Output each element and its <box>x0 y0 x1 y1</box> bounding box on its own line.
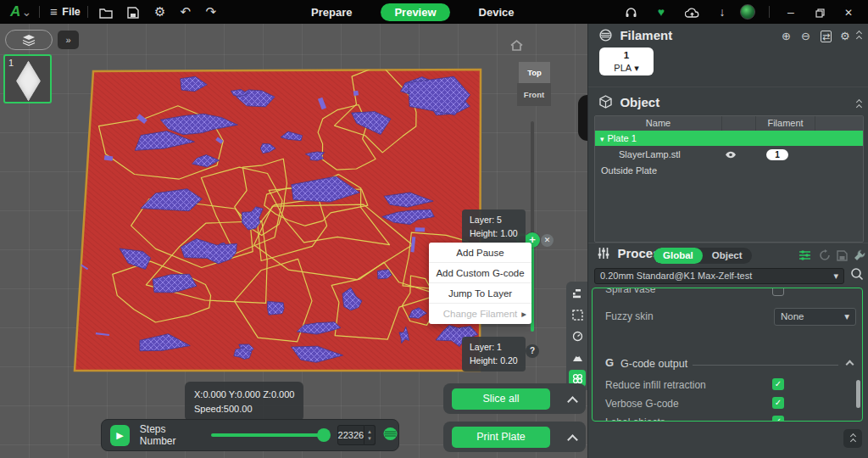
remove-filament-icon[interactable] <box>801 30 810 42</box>
redo-icon[interactable] <box>200 0 222 24</box>
slice-all-button[interactable]: Slice all <box>452 388 550 410</box>
sync-filament-icon[interactable] <box>821 30 832 42</box>
parameter-filter-icon[interactable] <box>798 249 811 265</box>
sliced-plate-render[interactable] <box>68 63 496 378</box>
3d-viewport[interactable]: 1 Top Front Layer: 5 Height: 1.00 Layer:… <box>0 24 587 458</box>
table-row-object[interactable]: SlayerLamp.stl 1 <box>595 146 863 163</box>
open-folder-icon[interactable] <box>95 0 117 24</box>
reduce-infill-retraction-checkbox[interactable] <box>772 378 784 390</box>
plate-thumbnail-preview <box>16 61 41 102</box>
steps-slider[interactable] <box>211 433 329 437</box>
file-menu[interactable]: File <box>62 6 81 18</box>
filament-collapse-icon[interactable] <box>857 31 861 41</box>
drawer-handle[interactable] <box>578 95 587 141</box>
steps-slider-thumb[interactable] <box>317 428 331 442</box>
viewcube-top[interactable]: Top <box>519 62 550 83</box>
tab-preview[interactable]: Preview <box>381 3 449 21</box>
slice-options-chevron-icon[interactable] <box>567 396 578 407</box>
table-row-plate[interactable]: Plate 1 <box>595 131 863 146</box>
gcode-output-group-header[interactable]: G G-code output <box>593 355 862 373</box>
menu-hamburger-icon[interactable] <box>47 0 60 24</box>
speed-gauge-icon[interactable] <box>569 327 586 344</box>
process-preset-select[interactable]: 0.20mm Standard@K1 Max-Zelf-test <box>594 268 844 284</box>
scrollbar-thumb[interactable] <box>856 380 860 408</box>
home-view-icon[interactable] <box>509 39 524 55</box>
seam-box-icon[interactable] <box>569 306 586 323</box>
menu-item-jump-to-layer[interactable]: Jump To Layer <box>429 283 531 304</box>
headset-support-icon[interactable] <box>620 0 642 24</box>
logo-dropdown-icon[interactable] <box>20 0 32 24</box>
plate-thumbnail-number: 1 <box>8 58 14 68</box>
favorites-heart-icon[interactable] <box>650 0 672 24</box>
settings-scroll-area[interactable]: Spiral vase Fuzzy skin None G G-code out… <box>592 288 863 422</box>
tab-device[interactable]: Device <box>469 3 525 21</box>
collapse-chevron-icon[interactable] <box>846 360 854 369</box>
gcode-icon: G <box>605 356 614 369</box>
print-button-group: Print Plate <box>443 422 586 452</box>
cooling-fan-icon[interactable] <box>569 349 586 366</box>
advanced-tools-icon[interactable] <box>854 249 865 265</box>
print-options-chevron-icon[interactable] <box>567 434 578 445</box>
expand-plates-button[interactable] <box>58 31 79 49</box>
column-name: Name <box>595 116 722 131</box>
save-preset-icon[interactable] <box>837 249 848 265</box>
filament-slot-number: 1 <box>624 50 629 60</box>
plate-thumbnail[interactable]: 1 <box>3 54 52 103</box>
download-icon[interactable] <box>711 0 733 24</box>
help-button[interactable] <box>526 344 539 358</box>
filament-material-select[interactable]: PLA <box>614 63 638 73</box>
app-logo[interactable]: A <box>10 3 20 20</box>
object-section-header: Object <box>599 95 659 110</box>
height-value: Height: 1.00 <box>470 226 518 240</box>
window-minimize-icon[interactable] <box>780 0 802 24</box>
column-filament: Filament <box>756 116 815 131</box>
user-avatar[interactable] <box>740 4 755 20</box>
filament-slot-card[interactable]: 1 PLA <box>599 47 654 75</box>
steps-number-input[interactable]: 22326 <box>337 425 365 445</box>
filament-settings-icon[interactable] <box>840 30 850 42</box>
scope-object[interactable]: Object <box>703 248 752 264</box>
divider <box>769 6 770 18</box>
window-close-icon[interactable] <box>837 0 860 25</box>
play-button[interactable] <box>110 425 130 446</box>
print-plate-button[interactable]: Print Plate <box>452 427 550 448</box>
filament-spool-icon <box>599 29 612 42</box>
setting-row-verbose-gcode: Verbose G-code <box>593 395 862 414</box>
plates-list-button[interactable] <box>5 30 53 50</box>
viewcube-front[interactable]: Front <box>517 83 551 106</box>
row-expand-caret-icon[interactable] <box>595 131 608 147</box>
object-collapse-icon[interactable] <box>857 100 861 109</box>
object-table-header: Name Filament <box>595 116 863 131</box>
setting-row-label-objects: Label objects <box>593 414 862 422</box>
undo-icon[interactable] <box>175 0 197 24</box>
reset-icon[interactable] <box>819 249 831 265</box>
layer-slider-track[interactable] <box>531 121 534 240</box>
table-row-outside-plate[interactable]: Outside Plate <box>595 163 863 178</box>
cloud-upload-icon[interactable] <box>681 0 703 24</box>
spinner-down-icon[interactable] <box>367 435 372 442</box>
label-objects-checkbox[interactable] <box>772 416 784 422</box>
menu-item-change-filament[interactable]: Change Filament <box>429 304 531 324</box>
fuzzy-skin-select[interactable]: None <box>774 308 856 326</box>
filament-spool-icon[interactable] <box>382 427 398 444</box>
layers-icon <box>22 34 36 46</box>
steps-spinner[interactable] <box>364 425 376 445</box>
menu-item-add-custom-gcode[interactable]: Add Custom G-code <box>429 263 531 283</box>
menu-item-add-pause[interactable]: Add Pause <box>429 243 531 263</box>
visibility-eye-icon[interactable] <box>714 151 748 159</box>
spiral-vase-checkbox[interactable] <box>772 288 784 296</box>
layer-bars-icon[interactable] <box>569 285 586 302</box>
panel-collapse-button[interactable] <box>843 429 862 448</box>
settings-gear-icon[interactable] <box>149 0 171 24</box>
save-icon[interactable] <box>122 0 144 24</box>
close-icon[interactable] <box>541 234 554 247</box>
tab-prepare[interactable]: Prepare <box>301 3 362 21</box>
search-icon[interactable] <box>850 267 864 284</box>
spinner-up-icon[interactable] <box>367 428 372 435</box>
object-filament-badge[interactable]: 1 <box>766 149 788 160</box>
verbose-gcode-checkbox[interactable] <box>772 397 784 409</box>
plate-row-name: Plate 1 <box>608 131 637 146</box>
scope-global[interactable]: Global <box>654 248 703 264</box>
add-filament-icon[interactable] <box>782 30 791 42</box>
window-restore-icon[interactable] <box>809 0 831 24</box>
